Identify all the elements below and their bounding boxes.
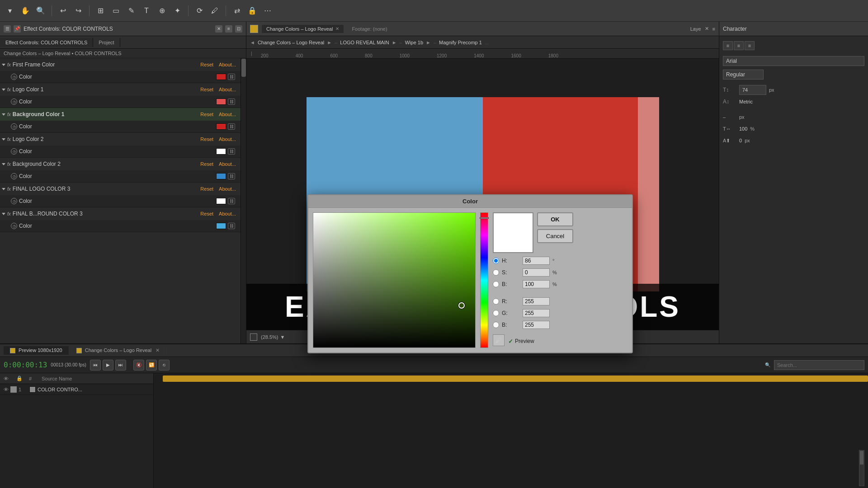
nav-item-2[interactable]: LOGO REVEAL MAIN (340, 40, 389, 45)
green-radio[interactable] (493, 310, 499, 316)
nav-item-3[interactable]: Wipe 1b (405, 40, 423, 45)
sat-input[interactable] (523, 268, 550, 277)
brush-tool[interactable]: 🖊 (208, 5, 221, 17)
undo-icon[interactable]: ↩ (57, 5, 69, 17)
time-display[interactable]: 0:00:00:13 (4, 361, 47, 369)
effect-list-scroll[interactable]: fx First Frame Color Reset About... ◷ Co… (0, 58, 241, 343)
tl-scroll-thumb-v[interactable] (860, 451, 863, 465)
clock-icon-finalbg3[interactable]: ◷ (11, 223, 17, 229)
loop-btn[interactable]: 🔁 (146, 360, 157, 371)
effect-row-bg2[interactable]: fx Background Color 2 Reset About... (0, 158, 241, 170)
align-center-btn[interactable]: ≡ (734, 41, 744, 50)
ok-button[interactable]: OK (537, 212, 573, 226)
footage-tab[interactable]: Footage: (none) (347, 25, 392, 33)
swatch-bg1[interactable] (216, 123, 226, 130)
comp-header-menu[interactable]: ≡ (712, 26, 715, 32)
text-tool[interactable]: T (140, 5, 153, 17)
redo-icon[interactable]: ↪ (72, 5, 85, 17)
swatch-logo2[interactable] (216, 148, 226, 155)
mute-btn[interactable]: 🔇 (133, 360, 144, 371)
comp-tab-close[interactable]: ✕ (335, 26, 339, 31)
align-left-btn[interactable]: ≡ (723, 41, 733, 50)
zoom-display[interactable]: (28.5%) ▼ (261, 334, 285, 340)
reset-btn-finalbg3[interactable]: Reset (198, 211, 216, 216)
chain-first-frame[interactable]: ⛓ (228, 74, 235, 80)
picker-circle[interactable] (458, 302, 465, 309)
chain-finalbg3[interactable]: ⛓ (228, 223, 235, 229)
reset-btn-logo1[interactable]: Reset (198, 87, 216, 92)
about-btn-logo2[interactable]: About... (216, 136, 239, 142)
clock-icon-bg2[interactable]: ◷ (11, 173, 17, 179)
clock-icon-first-frame[interactable]: ◷ (11, 74, 17, 80)
tab-effect-controls[interactable]: Effect Controls: COLOR CONTROLS (0, 38, 93, 47)
align-right-btn[interactable]: ≡ (745, 41, 755, 50)
reset-btn-logo2[interactable]: Reset (198, 136, 216, 142)
about-btn-bg1[interactable]: About... (216, 112, 239, 117)
swatch-finalbg3[interactable] (216, 223, 226, 229)
chain-final3[interactable]: ⛓ (228, 198, 235, 204)
about-btn-final3[interactable]: About... (216, 186, 239, 192)
bright-input[interactable] (523, 280, 550, 288)
hue-input[interactable] (523, 257, 550, 265)
tab-close-icon[interactable]: ✕ (156, 347, 160, 353)
pen-tool[interactable]: ✎ (125, 5, 137, 17)
cancel-button[interactable]: Cancel (537, 229, 573, 243)
effect-row-first-frame[interactable]: fx First Frame Color Reset About... (0, 58, 241, 71)
scrollbar-thumb[interactable] (241, 59, 246, 77)
swatch-first-frame[interactable] (216, 74, 226, 80)
timeline-right[interactable] (154, 373, 868, 488)
chain-logo2[interactable]: ⛓ (228, 148, 235, 155)
tl-scrollbar-v[interactable] (859, 450, 864, 486)
reset-btn-bg2[interactable]: Reset (198, 161, 216, 167)
about-btn-logo1[interactable]: About... (216, 87, 239, 92)
effect-row-final-logo3[interactable]: fx FINAL LOGO COLOR 3 Reset About... (0, 183, 241, 195)
transport-back-btn[interactable]: ⏮ (90, 360, 101, 371)
tl-bar-1[interactable] (163, 375, 868, 382)
tl-solo-1[interactable] (10, 386, 17, 393)
nav-arrow-left[interactable]: ◄ (250, 40, 255, 45)
color-dialog[interactable]: Color OK Cancel (307, 194, 633, 353)
transport-play-btn[interactable]: ▶ (103, 360, 113, 371)
reset-btn-first-frame[interactable]: Reset (198, 62, 216, 67)
swatch-bg2[interactable] (216, 173, 226, 179)
shape-tool[interactable]: ▭ (109, 5, 122, 17)
lock-icon[interactable]: 🔒 (246, 5, 259, 17)
zoom-tool[interactable]: 🔍 (34, 5, 47, 17)
clock-icon-bg1[interactable]: ◷ (11, 123, 17, 130)
about-btn-finalbg3[interactable]: About... (216, 211, 239, 216)
about-btn-bg2[interactable]: About... (216, 161, 239, 167)
dialog-title-bar[interactable]: Color (308, 195, 632, 208)
panel-menu2-icon[interactable]: ≡ (225, 25, 232, 33)
tab-project[interactable]: Project (93, 38, 120, 47)
bright-radio[interactable] (493, 281, 499, 287)
effect-row-logo2[interactable]: fx Logo Color 2 Reset About... (0, 133, 241, 145)
add-tool[interactable]: ⊕ (156, 5, 168, 17)
comp-header-close[interactable]: ✕ (705, 26, 709, 32)
panel-menu-icon[interactable]: ☰ (4, 25, 11, 33)
eyedropper-btn[interactable]: 🖊 (493, 334, 505, 346)
blue-radio[interactable] (493, 322, 499, 328)
clock-icon-final3[interactable]: ◷ (11, 198, 17, 204)
chain-bg1[interactable]: ⛓ (228, 123, 235, 130)
tl-eye-1[interactable]: 👁 (4, 387, 9, 392)
selection-tool[interactable]: ▾ (4, 5, 16, 17)
red-input[interactable] (523, 297, 550, 305)
star-tool[interactable]: ✦ (171, 5, 184, 17)
effect-row-bg1[interactable]: fx Background Color 1 Reset About... (0, 108, 241, 121)
search-input[interactable] (774, 360, 864, 370)
sat-radio[interactable] (493, 269, 499, 276)
rotate-tool[interactable]: ⟳ (193, 5, 206, 17)
transfer-icon[interactable]: ⇄ (231, 5, 243, 17)
swatch-final3[interactable] (216, 198, 226, 204)
chain-bg2[interactable]: ⛓ (228, 173, 235, 179)
reset-btn-bg1[interactable]: Reset (198, 112, 216, 117)
swatch-logo1[interactable] (216, 99, 226, 105)
font-size-input[interactable] (739, 85, 766, 95)
tl-row-1[interactable]: 👁 1 COLOR CONTRO... (0, 384, 153, 395)
effect-scrollbar[interactable] (241, 58, 246, 343)
panel-expand-icon[interactable]: ⊡ (235, 25, 242, 33)
effect-row-final-bg3[interactable]: fx FINAL B...ROUND COLOR 3 Reset About..… (0, 207, 241, 220)
options-icon[interactable]: ⋯ (261, 5, 274, 17)
hue-strip[interactable] (480, 212, 488, 348)
panel-pin-icon[interactable]: 📌 (14, 25, 21, 33)
